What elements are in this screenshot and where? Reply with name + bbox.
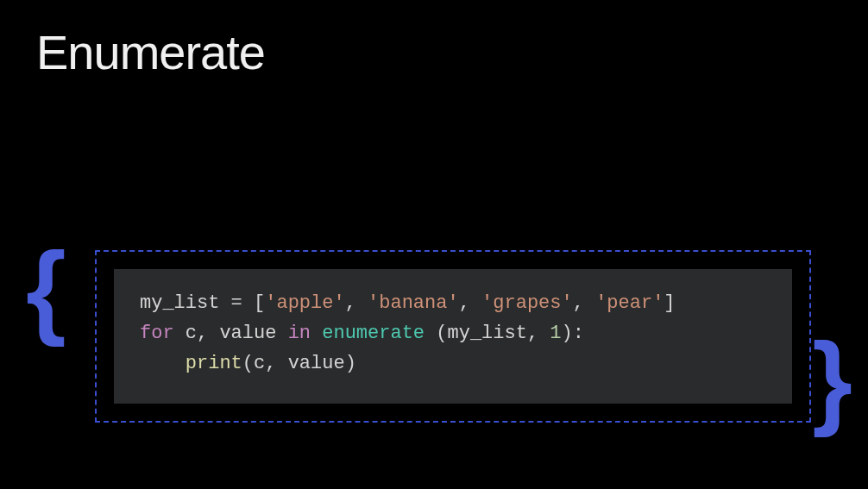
code-token: , [459, 292, 481, 314]
code-token: ' [333, 292, 344, 314]
code-token: value [288, 353, 345, 374]
code-token: pear [607, 292, 652, 314]
code-token: my_list [447, 323, 526, 344]
code-token: , [265, 353, 287, 374]
code-token: enumerate [322, 323, 425, 344]
code-token: ( [242, 353, 254, 374]
code-token: banana [379, 292, 447, 314]
code-token: , [197, 323, 219, 344]
code-token: = [219, 292, 254, 314]
code-token [311, 323, 322, 344]
code-token: , [345, 292, 368, 314]
code-token: [ [254, 292, 265, 314]
code-token: ' [368, 292, 379, 314]
code-token [425, 323, 436, 344]
code-token: ] [664, 292, 675, 314]
code-token: , [527, 323, 550, 344]
code-token: ) [345, 353, 356, 374]
code-token: in [288, 323, 311, 344]
code-token [174, 323, 186, 344]
code-token [140, 353, 186, 374]
code-token: ) [562, 323, 573, 344]
brace-left-icon: { [26, 237, 66, 341]
code-token: ' [265, 292, 276, 314]
code-token: print [186, 353, 242, 374]
code-token: my_list [140, 292, 219, 314]
code-token: apple [276, 292, 333, 314]
code-token: ' [652, 292, 664, 314]
code-token: for [140, 323, 174, 344]
code-token: ( [436, 323, 447, 344]
code-token: value [219, 323, 276, 344]
code-token [276, 323, 287, 344]
brace-right-icon: } [812, 328, 852, 431]
code-token: c [186, 323, 197, 344]
code-token: : [573, 323, 584, 344]
slide-title: Enumerate [36, 24, 265, 80]
code-token: ' [481, 292, 493, 314]
code-frame: my_list = ['apple', 'banana', 'grapes', … [95, 250, 811, 423]
code-token: , [573, 292, 595, 314]
code-token: c [254, 353, 265, 374]
code-token: ' [595, 292, 607, 314]
code-token: ' [562, 292, 573, 314]
code-token: 1 [550, 323, 561, 344]
code-token: grapes [493, 292, 561, 314]
code-block: my_list = ['apple', 'banana', 'grapes', … [114, 269, 792, 404]
code-token: ' [447, 292, 458, 314]
